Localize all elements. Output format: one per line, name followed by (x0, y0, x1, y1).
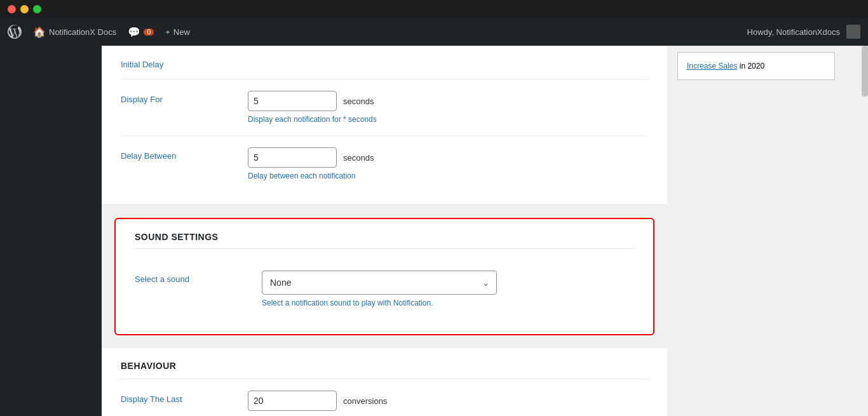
initial-delay-label: Initial Delay (121, 60, 163, 69)
sidebar (0, 46, 102, 416)
display-for-label: Display For (121, 91, 248, 104)
select-sound-help: Select a notification sound to play with… (262, 299, 634, 307)
display-for-help: Display each notification for * seconds (248, 115, 648, 124)
select-sound-controls: None Ding Bell Chime Alert ⌄ Select a no… (262, 271, 634, 307)
display-last-row: Display The Last conversions (121, 379, 648, 416)
content-area: Initial Delay Display For seconds Displa… (102, 46, 667, 416)
sound-select[interactable]: None Ding Bell Chime Alert (262, 271, 497, 295)
promo-card: Increase Sales in 2020 (677, 52, 835, 80)
new-item[interactable]: + New (165, 27, 190, 37)
delay-between-label: Delay Between (121, 147, 248, 161)
display-last-label: Display The Last (121, 391, 248, 404)
display-for-suffix: seconds (343, 97, 374, 106)
display-for-controls: seconds Display each notification for * … (248, 91, 648, 124)
delay-between-row: Delay Between seconds Delay between each… (121, 136, 648, 192)
display-last-controls: conversions (248, 391, 648, 411)
admin-bar: 🏠 NotificationX Docs 💬 0 + New Howdy, No… (0, 18, 868, 46)
scrollbar-track[interactable] (862, 46, 868, 416)
delay-between-controls: seconds Delay between each notification (248, 147, 648, 180)
new-label: New (173, 27, 190, 37)
comments-item[interactable]: 💬 0 (128, 26, 154, 38)
display-for-row: Display For seconds Display each notific… (121, 79, 648, 136)
select-sound-row: Select a sound None Ding Bell Chime Aler… (135, 259, 634, 319)
maximize-button[interactable] (33, 5, 41, 13)
howdy-text: Howdy, NotificationXdocs (747, 27, 840, 37)
wp-logo-item[interactable] (8, 25, 22, 39)
sound-settings-title: SOUND SETTINGS (135, 232, 634, 249)
minimize-button[interactable] (20, 5, 29, 13)
behaviour-section: BEHAVIOUR Display The Last conversions (102, 348, 667, 416)
right-sidebar: Increase Sales in 2020 (667, 46, 845, 416)
titlebar (0, 0, 868, 18)
behaviour-title: BEHAVIOUR (121, 361, 648, 379)
promo-link[interactable]: Increase Sales (687, 62, 737, 70)
timing-section: Initial Delay Display For seconds Displa… (102, 46, 667, 205)
display-last-suffix: conversions (343, 396, 387, 406)
delay-between-suffix: seconds (343, 153, 374, 163)
scrollbar-thumb[interactable] (862, 46, 868, 97)
display-last-input[interactable] (248, 391, 337, 411)
sound-select-wrapper: None Ding Bell Chime Alert ⌄ (262, 271, 497, 295)
close-button[interactable] (8, 5, 16, 13)
sound-settings-section: SOUND SETTINGS Select a sound None Ding … (114, 218, 654, 335)
main-content: Initial Delay Display For seconds Displa… (102, 46, 868, 416)
select-sound-label: Select a sound (135, 271, 262, 284)
delay-between-input[interactable] (248, 147, 337, 168)
site-name-item[interactable]: 🏠 NotificationX Docs (33, 26, 116, 38)
display-for-input[interactable] (248, 91, 337, 111)
user-avatar[interactable] (846, 25, 860, 39)
site-name-label: NotificationX Docs (49, 27, 116, 37)
delay-between-help: Delay between each notification (248, 171, 648, 180)
comments-count: 0 (144, 29, 154, 36)
promo-suffix: in 2020 (737, 62, 764, 70)
